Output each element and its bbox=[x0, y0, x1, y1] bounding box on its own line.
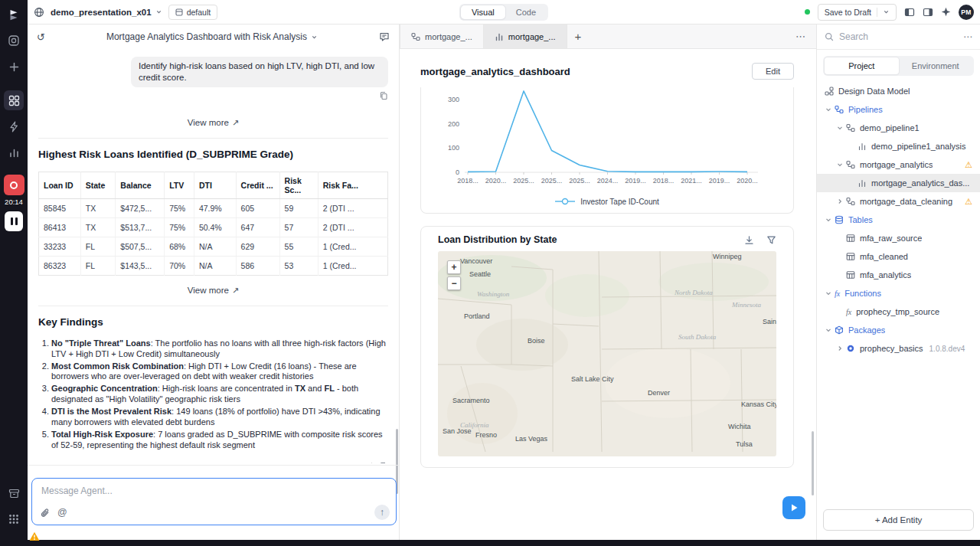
chart-legend[interactable]: Investor Tape ID-Count bbox=[421, 195, 793, 208]
fx-icon: fx bbox=[835, 289, 840, 298]
run-button[interactable] bbox=[782, 496, 805, 519]
attach-icon[interactable] bbox=[40, 508, 50, 518]
column-header[interactable]: Credit ... bbox=[236, 172, 279, 198]
warning-icon[interactable] bbox=[29, 531, 40, 541]
tree-item-design-data-model[interactable]: Design Data Model bbox=[817, 82, 980, 100]
sync-status-dot bbox=[805, 9, 810, 15]
tree-item-label: prophecy_basics bbox=[860, 344, 923, 353]
table-cell: 33233 bbox=[39, 237, 81, 256]
column-header[interactable]: DTI bbox=[194, 172, 236, 198]
dashboard-view: mortgage_analytics_dashboard Edit 010020… bbox=[400, 49, 816, 540]
column-header[interactable]: Loan ID bbox=[39, 172, 81, 198]
message-input[interactable] bbox=[32, 479, 396, 500]
projects-icon[interactable] bbox=[4, 31, 24, 51]
tab-options-icon[interactable]: ⋯ bbox=[795, 31, 805, 42]
rollback-button[interactable]: ↶ Rollback bbox=[324, 462, 364, 463]
tree-item-label: mortgage_data_cleaning bbox=[860, 197, 952, 206]
pause-recording-button[interactable] bbox=[5, 211, 23, 231]
column-header[interactable]: Balance bbox=[116, 172, 165, 198]
filter-icon[interactable] bbox=[766, 235, 776, 245]
chevron-down-icon bbox=[311, 34, 318, 41]
line-chart[interactable]: 01002003002018...2020...2025...2025...20… bbox=[421, 87, 793, 193]
svg-text:Portland: Portland bbox=[464, 312, 490, 320]
toggle-right-panel-icon[interactable] bbox=[923, 7, 933, 18]
toggle-left-panel-icon[interactable] bbox=[904, 7, 915, 18]
sparkle-icon[interactable] bbox=[941, 7, 951, 17]
archive-icon[interactable] bbox=[4, 483, 24, 503]
globe-icon bbox=[34, 7, 44, 18]
tree-item-demo-pipeline1-analysis[interactable]: demo_pipeline1_analysis bbox=[817, 137, 980, 155]
us-map[interactable]: VancouverWinnipegSeattleWashingtonNorth … bbox=[438, 251, 776, 456]
table-cell: 68% bbox=[165, 237, 194, 256]
tree-item-mfa-analytics[interactable]: mfa_analytics bbox=[817, 266, 980, 284]
history-icon[interactable]: ↺ bbox=[37, 31, 45, 43]
svg-text:2020...: 2020... bbox=[485, 177, 507, 185]
new-tab-icon[interactable]: + bbox=[575, 31, 582, 42]
project-tree: Design Data ModelPipelinesdemo_pipeline1… bbox=[817, 82, 980, 358]
tab-mortgage-pipeline[interactable]: mortgage_... bbox=[400, 25, 484, 48]
search-icon bbox=[825, 32, 834, 41]
send-button[interactable]: ↑ bbox=[374, 505, 390, 520]
tab-environment[interactable]: Environment bbox=[899, 57, 973, 74]
branch-selector[interactable]: default bbox=[168, 5, 218, 20]
download-icon[interactable] bbox=[744, 235, 754, 245]
tab-project[interactable]: Project bbox=[825, 57, 899, 74]
copy-icon[interactable] bbox=[379, 91, 388, 100]
conversation-title[interactable]: Mortgage Analytics Dashboard with Risk A… bbox=[51, 31, 373, 42]
svg-text:2018...: 2018... bbox=[457, 177, 479, 185]
tree-item-tables[interactable]: Tables bbox=[817, 211, 980, 229]
column-header[interactable]: LTV bbox=[165, 172, 194, 198]
jobs-icon[interactable] bbox=[4, 116, 24, 136]
edit-button[interactable]: Edit bbox=[752, 63, 794, 80]
observability-icon[interactable] bbox=[4, 142, 24, 162]
column-header[interactable]: Risk Fa... bbox=[318, 172, 387, 198]
tree-item-pipelines[interactable]: Pipelines bbox=[817, 100, 980, 119]
table-row[interactable]: 86413TX$513,7...75%50.4%647572 (DTI ... bbox=[39, 217, 388, 237]
table-cell: 1 (Cred... bbox=[318, 237, 387, 256]
tab-mortgage-dashboard[interactable]: mortgage_... bbox=[484, 25, 567, 48]
copy-icon[interactable] bbox=[379, 462, 388, 463]
tree-item-mortgage-analytics[interactable]: mortgage_analytics⚠ bbox=[817, 155, 980, 174]
tree-item-functions[interactable]: fxFunctions bbox=[817, 284, 980, 302]
project-switcher[interactable]: demo_presentation_x01 bbox=[51, 8, 162, 17]
tree-item-mfa-raw-source[interactable]: mfa_raw_source bbox=[817, 229, 980, 247]
search-input[interactable] bbox=[839, 31, 958, 42]
record-stop-button[interactable] bbox=[4, 175, 24, 195]
zoom-out-button[interactable]: − bbox=[447, 276, 461, 290]
apps-grid-icon[interactable] bbox=[4, 509, 24, 529]
zoom-in-button[interactable]: + bbox=[447, 260, 461, 274]
risk-loans-table: Loan IDStateBalanceLTVDTICredit ...Risk … bbox=[38, 172, 388, 276]
chat-messages[interactable]: Identify high-risk loans based on high L… bbox=[28, 49, 399, 463]
mention-icon[interactable]: @ bbox=[57, 507, 67, 518]
editor-scrollbar[interactable] bbox=[812, 431, 815, 495]
table-row[interactable]: 33233FL$507,5...68%N/A629551 (Cred... bbox=[39, 237, 388, 256]
view-more-link[interactable]: View more↗ bbox=[38, 286, 388, 296]
view-more-link[interactable]: View more↗ bbox=[38, 118, 388, 128]
panel-options-icon[interactable]: ⋯ bbox=[963, 31, 972, 42]
table-row[interactable]: 86323FL$143,5...70%N/A586531 (Cred... bbox=[39, 256, 388, 275]
save-to-draft-button[interactable]: Save to Draft bbox=[818, 4, 897, 21]
bottom-bar bbox=[0, 540, 980, 546]
tree-item-mortgage-data-cleaning[interactable]: mortgage_data_cleaning⚠ bbox=[817, 192, 980, 211]
tree-item-prophecy-tmp-source[interactable]: fxprophecy_tmp_source bbox=[817, 302, 980, 321]
table-cell: $472,5... bbox=[116, 198, 165, 217]
pipelines-nav-icon[interactable] bbox=[4, 90, 24, 110]
comment-icon[interactable] bbox=[379, 31, 390, 42]
prophecy-logo[interactable] bbox=[4, 5, 24, 25]
tree-item-demo-pipeline1[interactable]: demo_pipeline1 bbox=[817, 119, 980, 137]
tree-item-packages[interactable]: Packages bbox=[817, 321, 980, 339]
table-cell: $143,5... bbox=[116, 256, 165, 275]
visual-mode-tab[interactable]: Visual bbox=[461, 5, 505, 19]
column-header[interactable]: Risk Sc... bbox=[279, 172, 318, 198]
create-icon[interactable] bbox=[4, 57, 24, 77]
add-entity-button[interactable]: + Add Entity bbox=[823, 509, 974, 531]
tree-item-mortgage-analytics-das[interactable]: mortgage_analytics_das... bbox=[817, 174, 980, 192]
tree-item-prophecy-basics[interactable]: prophecy_basics1.0.8.dev4 bbox=[817, 339, 980, 358]
column-header[interactable]: State bbox=[80, 172, 116, 198]
table-row[interactable]: 85845TX$472,5...75%47.9%605592 (DTI ... bbox=[39, 198, 388, 217]
user-avatar[interactable]: PM bbox=[959, 5, 974, 20]
svg-text:2024...: 2024... bbox=[597, 177, 619, 185]
chevron-down-icon bbox=[883, 8, 890, 15]
tree-item-mfa-cleaned[interactable]: mfa_cleaned bbox=[817, 247, 980, 266]
code-mode-tab[interactable]: Code bbox=[505, 5, 547, 19]
